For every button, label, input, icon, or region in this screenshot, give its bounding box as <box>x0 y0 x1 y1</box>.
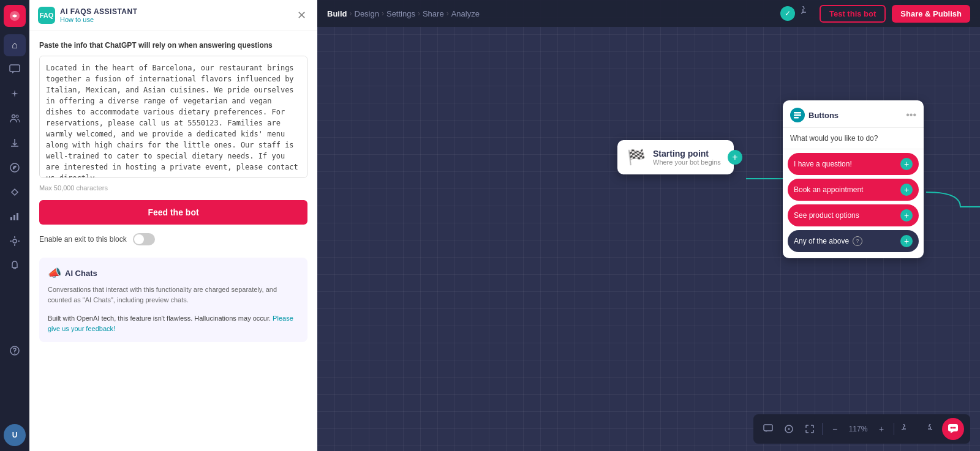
button-option-4-left: Any of the above ? <box>794 236 862 246</box>
sidebar-chart-icon[interactable] <box>4 206 26 228</box>
nav-step-build[interactable]: Build <box>327 9 347 18</box>
sidebar-whatsapp-icon[interactable] <box>4 157 26 179</box>
button-option-3-plus[interactable]: + <box>900 209 913 222</box>
zoom-level: 117% <box>847 425 869 433</box>
panel-logo: FAQ <box>38 7 55 24</box>
button-option-3-label: See product options <box>794 211 859 220</box>
canvas: Build › Design › Settings › Share › Anal… <box>317 0 980 451</box>
button-option-1-label: I have a question! <box>794 160 852 168</box>
ai-chats-warning: Built with OpenAI tech, this feature isn… <box>48 313 299 334</box>
sidebar-home-icon[interactable]: ⌂ <box>4 34 26 56</box>
button-option-4-plus[interactable]: + <box>900 235 913 247</box>
svg-rect-7 <box>17 213 18 220</box>
svg-rect-1 <box>10 65 20 72</box>
toolbar-divider-2 <box>894 423 894 435</box>
start-node-subtitle: Where your bot begins <box>653 158 721 166</box>
svg-point-20 <box>954 427 956 429</box>
button-option-4-help[interactable]: ? <box>853 236 862 246</box>
ai-chats-header: 📣 AI Chats <box>48 266 299 280</box>
button-option-2-plus[interactable]: + <box>900 184 913 196</box>
save-status-icon: ✓ <box>780 6 795 21</box>
button-option-1[interactable]: I have a question! + <box>788 153 919 175</box>
user-avatar[interactable]: U <box>4 424 26 446</box>
ai-chats-title: AI Chats <box>65 269 97 278</box>
ai-chats-box: 📣 AI Chats Conversations that interact w… <box>39 258 307 342</box>
button-option-2[interactable]: Book an appointment + <box>788 179 919 201</box>
toolbar-chat-icon[interactable] <box>760 420 777 438</box>
svg-point-3 <box>16 115 18 117</box>
bot-info-textarea[interactable]: Located in the heart of Barcelona, our r… <box>39 56 307 178</box>
nav-step-analyze[interactable]: Analyze <box>451 9 480 18</box>
start-node-plus-button[interactable]: + <box>728 150 742 165</box>
feed-bot-button[interactable]: Feed the bot <box>39 200 307 225</box>
chat-support-button[interactable] <box>942 418 964 440</box>
toolbar-redo-button[interactable] <box>919 420 936 438</box>
svg-rect-5 <box>10 217 12 220</box>
sidebar-tools-icon[interactable] <box>4 230 26 252</box>
buttons-node-icon <box>790 108 805 122</box>
buttons-node-header-left: Buttons <box>790 108 839 122</box>
panel-body: Paste the info that ChatGPT will rely on… <box>29 31 317 451</box>
panel-title: AI FAQS ASSISTANT <box>60 7 138 16</box>
buttons-node-menu[interactable]: ••• <box>906 110 916 121</box>
toolbar-zoom-in-button[interactable]: + <box>873 420 890 438</box>
button-option-3[interactable]: See product options + <box>788 204 919 226</box>
enable-exit-toggle[interactable] <box>133 233 155 245</box>
svg-point-19 <box>952 427 954 429</box>
start-node-icon: 🏁 <box>627 149 646 166</box>
nav-step-design[interactable]: Design <box>355 9 379 18</box>
toolbar-undo-button[interactable] <box>898 420 915 438</box>
nav-step-settings[interactable]: Settings <box>386 9 415 18</box>
nav-step-share[interactable]: Share <box>423 9 444 18</box>
history-icon[interactable] <box>801 6 813 21</box>
buttons-node-header: Buttons ••• <box>783 100 924 128</box>
panel-title-text: AI FAQS ASSISTANT How to use <box>60 7 138 23</box>
svg-point-2 <box>12 115 15 118</box>
char-limit-label: Max 50,000 characters <box>39 184 307 192</box>
svg-rect-12 <box>794 114 801 116</box>
panel-description: Paste the info that ChatGPT will rely on… <box>39 41 307 50</box>
sidebar-chat-icon[interactable] <box>4 59 26 81</box>
enable-exit-row: Enable an exit to this block <box>39 233 307 245</box>
sidebar-sparkle-icon[interactable] <box>4 83 26 105</box>
toolbar-zoom-out-button[interactable]: − <box>826 420 843 438</box>
sidebar-plugin-icon[interactable] <box>4 181 26 203</box>
button-option-1-plus[interactable]: + <box>900 158 913 170</box>
sidebar-bell-icon[interactable] <box>4 255 26 277</box>
start-node-text: Starting point Where your bot begins <box>653 149 721 166</box>
svg-point-18 <box>951 427 952 429</box>
svg-point-10 <box>14 352 15 354</box>
svg-rect-6 <box>13 215 15 220</box>
svg-rect-11 <box>794 112 801 114</box>
start-node: 🏁 Starting point Where your bot begins + <box>617 140 734 174</box>
enable-exit-label: Enable an exit to this block <box>39 235 127 244</box>
test-bot-button[interactable]: Test this bot <box>820 5 886 23</box>
nav-steps: Build › Design › Settings › Share › Anal… <box>327 9 775 18</box>
toolbar-grid-icon[interactable] <box>780 420 797 438</box>
toolbar-expand-icon[interactable] <box>801 420 818 438</box>
top-nav: Build › Design › Settings › Share › Anal… <box>317 0 980 27</box>
nav-right: ✓ Test this bot Share & Publish <box>780 5 970 23</box>
svg-point-16 <box>788 428 790 430</box>
nav-divider-1: › <box>350 9 352 18</box>
sidebar-help-icon[interactable] <box>4 340 26 362</box>
button-option-4[interactable]: Any of the above ? + <box>788 230 919 252</box>
flow-area: 🏁 Starting point Where your bot begins + <box>317 27 980 414</box>
sidebar-download-icon[interactable] <box>4 132 26 154</box>
share-publish-button[interactable]: Share & Publish <box>892 5 970 23</box>
ai-chats-desc: Conversations that interact with this fu… <box>48 285 299 305</box>
logo-icon[interactable] <box>4 5 26 27</box>
svg-point-8 <box>13 239 17 243</box>
sidebar: ⌂ <box>0 0 29 451</box>
nav-divider-2: › <box>382 9 384 18</box>
sidebar-people-icon[interactable] <box>4 108 26 130</box>
panel-close-button[interactable]: ✕ <box>295 6 309 24</box>
buttons-node: Buttons ••• What would you like to do? I… <box>783 100 924 258</box>
nav-divider-3: › <box>418 9 420 18</box>
panel-header-left: FAQ AI FAQS ASSISTANT How to use <box>38 7 138 24</box>
toolbar-divider-1 <box>822 423 823 435</box>
how-to-use-link[interactable]: How to use <box>60 16 138 23</box>
panel-header: FAQ AI FAQS ASSISTANT How to use ✕ <box>29 0 317 31</box>
buttons-node-title: Buttons <box>809 111 839 120</box>
nav-divider-4: › <box>447 9 449 18</box>
